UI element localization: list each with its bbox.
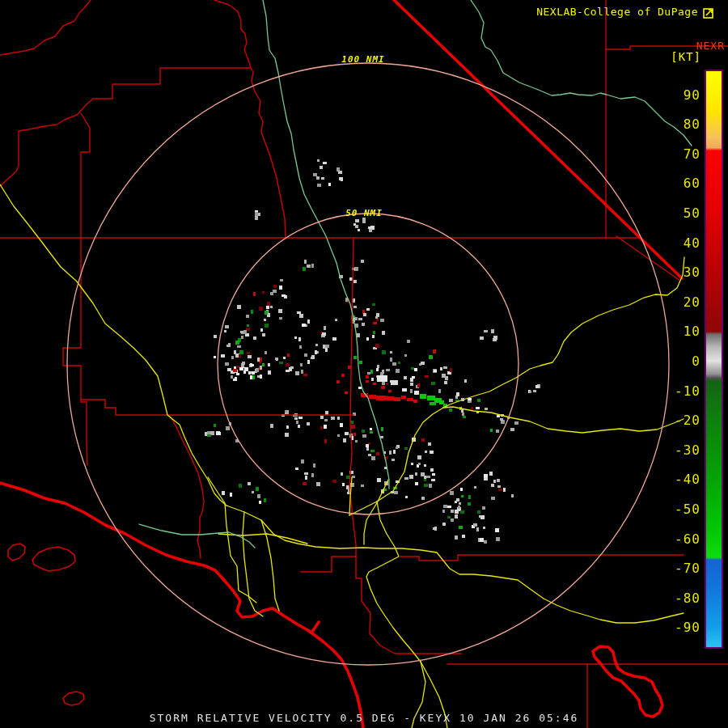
colorbar-gradient <box>706 71 722 647</box>
radar-map-canvas <box>0 0 728 728</box>
range-ring-label-100nmi: 100 NMI <box>341 54 384 65</box>
colorbar-units-label: [KT] <box>671 50 701 63</box>
colorbar <box>705 70 723 649</box>
range-ring-label-50nmi: 50 NMI <box>345 208 383 218</box>
product-title-bar: STORM RELATIVE VELOCITY 0.5 DEG - KEYX 1… <box>0 712 728 724</box>
header: NEXLAB-College of DuPage <box>536 6 713 18</box>
brand-text: NEXLAB-College of DuPage <box>536 6 698 18</box>
window-link-icon <box>703 6 713 17</box>
radar-display: 100 NMI 50 NMI NEXLAB-College of DuPage … <box>0 0 728 728</box>
